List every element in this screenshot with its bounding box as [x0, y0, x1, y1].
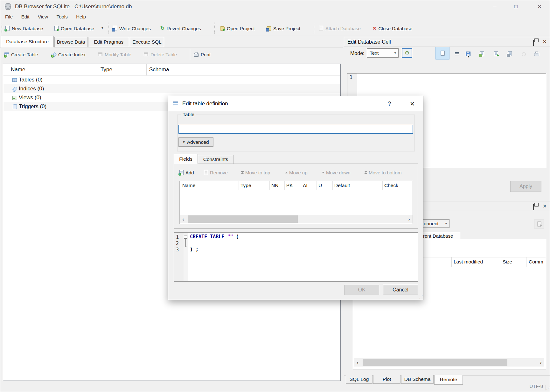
- tab-edit-pragmas[interactable]: Edit Pragmas: [88, 37, 129, 47]
- field-column-u[interactable]: U: [318, 181, 322, 190]
- encoding-status: UTF-8: [523, 383, 543, 389]
- float-panel-icon[interactable]: [533, 205, 534, 210]
- tab-execute-sql[interactable]: Execute SQL: [130, 37, 164, 47]
- remote-column-size[interactable]: Size: [503, 259, 512, 265]
- word-wrap-button[interactable]: [435, 47, 449, 60]
- create-index-button[interactable]: Create Index: [51, 50, 86, 59]
- remote-connect-select[interactable]: onnect ▾: [420, 219, 449, 228]
- menu-edit[interactable]: Edit: [18, 13, 33, 20]
- modify-table-button[interactable]: Modify Table: [98, 50, 131, 59]
- fold-collapse-icon[interactable]: [184, 235, 187, 239]
- fields-horizontal-scrollbar[interactable]: ‹ ›: [180, 215, 413, 223]
- move-up-icon: [285, 172, 288, 173]
- field-column-name[interactable]: Name: [182, 181, 195, 190]
- tree-column-type[interactable]: Type: [101, 64, 112, 75]
- remote-column-commit[interactable]: Comm: [529, 259, 543, 265]
- toolbar-drag-handle[interactable]: [2, 24, 2, 33]
- remove-field-button[interactable]: Remove: [203, 169, 228, 176]
- open-database-button[interactable]: Open Database: [54, 23, 94, 33]
- field-column-type[interactable]: Type: [240, 181, 251, 190]
- add-field-icon: [179, 170, 184, 175]
- field-column-ai[interactable]: AI: [303, 181, 308, 190]
- tree-column-name[interactable]: Name: [11, 64, 25, 75]
- ok-button[interactable]: OK: [344, 285, 379, 295]
- null-value-button[interactable]: [520, 50, 527, 58]
- chevron-down-icon: ▾: [445, 221, 449, 226]
- mode-select[interactable]: Text ▾: [367, 48, 399, 58]
- field-column-check[interactable]: Check: [384, 181, 398, 190]
- move-to-bottom-button[interactable]: Move to bottom: [364, 169, 401, 176]
- field-column-default[interactable]: Default: [334, 181, 350, 190]
- table-icon: [172, 101, 178, 107]
- print-button[interactable]: Print: [194, 50, 211, 59]
- move-down-button[interactable]: Move down: [322, 169, 351, 176]
- export-button[interactable]: [478, 50, 486, 58]
- advanced-button[interactable]: ▾ Advanced: [178, 137, 213, 147]
- indent-button[interactable]: [453, 50, 461, 58]
- delete-table-button[interactable]: Delete Table: [143, 50, 177, 59]
- open-in-app-button[interactable]: [492, 50, 500, 58]
- chevron-right-icon[interactable]: ›: [538, 358, 544, 367]
- close-panel-icon[interactable]: ✕: [543, 39, 547, 45]
- maximize-icon[interactable]: □: [508, 0, 524, 13]
- add-field-button[interactable]: Add: [179, 169, 194, 176]
- toolbar-separator: [314, 23, 314, 34]
- save-project-button[interactable]: Save Project: [266, 23, 300, 33]
- menu-help[interactable]: Help: [73, 13, 89, 20]
- tab-database-structure[interactable]: Database Structure: [1, 36, 54, 47]
- apply-button[interactable]: Apply: [510, 181, 541, 192]
- remote-horizontal-scrollbar[interactable]: ‹ ›: [354, 358, 544, 367]
- field-column-pk[interactable]: PK: [286, 181, 293, 190]
- sql-preview[interactable]: 1 2 3 CREATE TABLE "" ( ) ;: [174, 232, 418, 282]
- chevron-left-icon[interactable]: ‹: [354, 358, 361, 367]
- tab-db-schema[interactable]: DB Schema: [401, 375, 434, 384]
- tab-constraints[interactable]: Constraints: [198, 155, 233, 164]
- tab-sql-log[interactable]: SQL Log: [346, 375, 372, 384]
- tree-row-indices[interactable]: Indices (0): [3, 84, 340, 93]
- create-table-button[interactable]: Create Table: [4, 50, 38, 59]
- tab-fields[interactable]: Fields: [174, 154, 198, 164]
- close-icon[interactable]: ✕: [532, 0, 547, 13]
- close-panel-icon[interactable]: ✕: [543, 203, 547, 209]
- new-database-button[interactable]: New Database: [5, 23, 43, 33]
- help-icon[interactable]: ?: [382, 96, 396, 111]
- close-icon[interactable]: ✕: [404, 96, 420, 111]
- menu-bar: File Edit View Tools Help: [2, 13, 89, 20]
- tab-remote[interactable]: Remote: [434, 375, 463, 385]
- close-database-button[interactable]: ✕ Close Database: [372, 23, 412, 33]
- import-dropdown-icon[interactable]: ▾: [468, 55, 470, 58]
- scrollbar-thumb[interactable]: [188, 215, 298, 223]
- auto-switch-mode-button[interactable]: ⚙: [402, 48, 412, 58]
- tree-row-tables[interactable]: Tables (0): [3, 75, 340, 84]
- print-cell-button[interactable]: [533, 50, 540, 58]
- move-up-button[interactable]: Move up: [285, 169, 308, 176]
- float-panel-icon[interactable]: [533, 40, 534, 46]
- field-column-nn[interactable]: NN: [271, 181, 278, 190]
- scrollbar-thumb[interactable]: [363, 359, 507, 366]
- resize-grip-icon[interactable]: ⋰: [546, 386, 549, 390]
- copy-link-button[interactable]: [506, 50, 513, 58]
- table-name-input[interactable]: [178, 125, 413, 134]
- move-to-top-button[interactable]: Move to top: [241, 169, 270, 176]
- cancel-button[interactable]: Cancel: [383, 285, 418, 295]
- write-changes-button[interactable]: Write Changes: [112, 23, 151, 33]
- tree-column-schema[interactable]: Schema: [149, 64, 169, 75]
- tab-browse-data[interactable]: Browse Data: [54, 37, 87, 47]
- sql-line-number: 1: [174, 234, 184, 240]
- open-project-button[interactable]: Open Project: [220, 23, 255, 33]
- minimize-icon[interactable]: ─: [487, 0, 502, 13]
- revert-changes-button[interactable]: ↻ Revert Changes: [160, 23, 201, 33]
- chevron-left-icon[interactable]: ‹: [180, 215, 187, 223]
- menu-tools[interactable]: Tools: [53, 13, 71, 20]
- menu-view[interactable]: View: [34, 13, 52, 20]
- push-database-button[interactable]: [534, 220, 544, 228]
- open-database-dropdown-icon[interactable]: ▾: [101, 26, 103, 30]
- dialog-title-bar[interactable]: Edit table definition ? ✕: [168, 96, 423, 111]
- tab-current-database[interactable]: rent Database: [423, 232, 460, 239]
- tab-plot[interactable]: Plot: [373, 375, 400, 384]
- attach-database-button[interactable]: Attach Database: [318, 23, 361, 33]
- dialog-resize-grip[interactable]: ⋰: [419, 295, 422, 299]
- menu-file[interactable]: File: [2, 13, 16, 20]
- remote-column-last-modified[interactable]: Last modified: [454, 259, 483, 265]
- chevron-right-icon[interactable]: ›: [406, 215, 413, 223]
